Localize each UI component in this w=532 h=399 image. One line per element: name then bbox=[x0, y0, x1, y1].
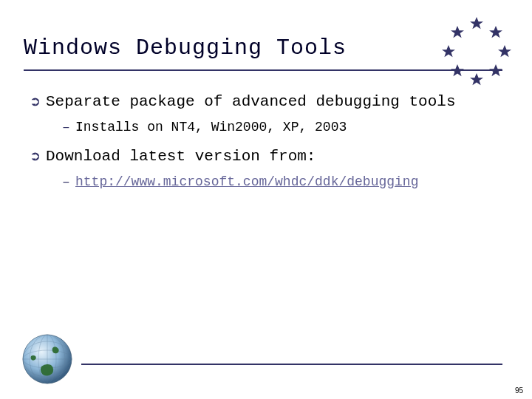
sub-bullet-text: Installs on NT4, Win2000, XP, 2003 bbox=[75, 117, 502, 138]
bullet-item: ➲ Separate package of advanced debugging… bbox=[30, 90, 502, 115]
bullet-text: Separate package of advanced debugging t… bbox=[46, 90, 502, 115]
svg-marker-2 bbox=[498, 45, 511, 57]
arrow-icon: ➲ bbox=[30, 92, 46, 112]
svg-marker-0 bbox=[470, 17, 483, 29]
svg-marker-1 bbox=[489, 26, 502, 38]
slide: Windows Debugging Tools ➲ Separate packa… bbox=[0, 0, 532, 399]
dash-icon: – bbox=[62, 117, 75, 138]
globe-icon bbox=[21, 332, 74, 386]
svg-marker-6 bbox=[442, 45, 455, 57]
bullet-text: Download latest version from: bbox=[46, 145, 502, 169]
slide-header: Windows Debugging Tools bbox=[0, 0, 532, 71]
bullet-item: ➲ Download latest version from: bbox=[30, 145, 502, 169]
arrow-icon: ➲ bbox=[30, 146, 46, 167]
sub-bullet-item: – Installs on NT4, Win2000, XP, 2003 bbox=[30, 117, 502, 138]
download-link[interactable]: http://www.microsoft.com/whdc/ddk/debugg… bbox=[75, 172, 502, 193]
dash-icon: – bbox=[62, 172, 75, 193]
page-number: 95 bbox=[515, 386, 523, 395]
svg-marker-3 bbox=[489, 64, 502, 76]
footer-divider bbox=[81, 364, 502, 365]
sub-bullet-item: – http://www.microsoft.com/whdc/ddk/debu… bbox=[30, 172, 502, 193]
page-title: Windows Debugging Tools bbox=[24, 35, 502, 71]
stars-ring-icon bbox=[436, 11, 517, 92]
svg-marker-7 bbox=[451, 26, 464, 38]
svg-marker-4 bbox=[470, 73, 483, 85]
svg-marker-5 bbox=[451, 64, 464, 76]
